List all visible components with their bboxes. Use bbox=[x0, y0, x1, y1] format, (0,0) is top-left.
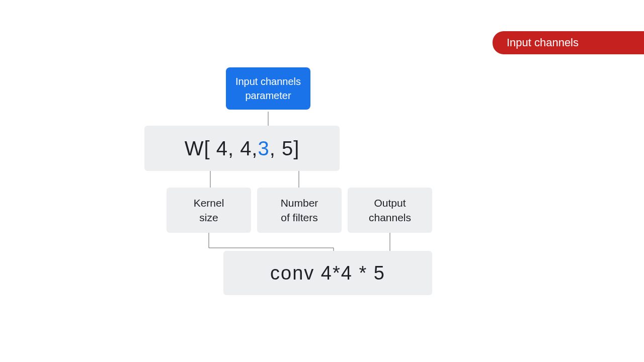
filters-line2: of filters bbox=[281, 212, 318, 223]
connector-lines bbox=[0, 0, 644, 362]
code-prefix: W[ 4, 4, bbox=[185, 137, 258, 160]
conv-expression: conv 4*4 * 5 bbox=[223, 251, 432, 295]
blue-badge-line1: Input channels bbox=[235, 76, 301, 87]
output-line2: channels bbox=[369, 212, 411, 223]
kernel-size-label: Kernel size bbox=[167, 188, 251, 233]
output-channels-label: Output channels bbox=[348, 188, 432, 233]
code-highlight: 3 bbox=[258, 137, 269, 160]
blue-badge-line2: parameter bbox=[245, 90, 291, 101]
number-of-filters-label: Number of filters bbox=[257, 188, 342, 233]
kernel-line2: size bbox=[199, 212, 218, 223]
kernel-line1: Kernel bbox=[194, 197, 224, 209]
code-suffix: , 5] bbox=[270, 137, 300, 160]
weight-shape-code: W[ 4, 4, 3, 5] bbox=[144, 126, 340, 171]
filters-line1: Number bbox=[281, 197, 318, 209]
input-channels-parameter-label: Input channels parameter bbox=[226, 67, 310, 110]
output-line1: Output bbox=[374, 197, 406, 209]
title-badge: Input channels bbox=[493, 31, 644, 54]
